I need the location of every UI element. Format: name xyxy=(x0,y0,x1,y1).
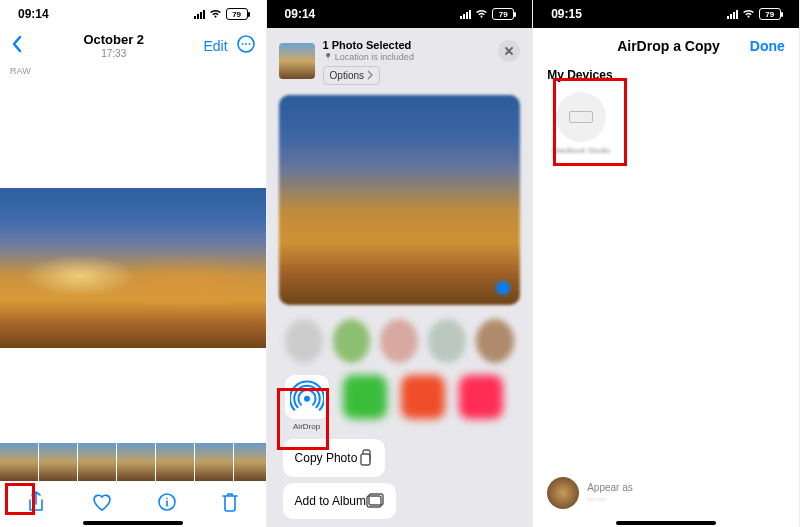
home-indicator xyxy=(616,521,716,525)
highlight-airdrop xyxy=(277,388,329,450)
app-icon-blur[interactable] xyxy=(401,375,445,419)
page-title: AirDrop a Copy xyxy=(617,38,720,54)
contacts-row[interactable] xyxy=(273,311,527,371)
trash-icon xyxy=(221,491,239,513)
edit-button[interactable]: Edit xyxy=(203,38,227,54)
close-icon xyxy=(504,46,514,56)
wifi-icon xyxy=(742,9,755,19)
nav-bar: AirDrop a Copy Done xyxy=(533,28,799,64)
svg-point-2 xyxy=(245,43,247,45)
back-button[interactable] xyxy=(10,34,24,58)
app-icon-blur[interactable] xyxy=(343,375,387,419)
delete-button[interactable] xyxy=(221,491,239,517)
photo-preview[interactable] xyxy=(0,188,266,348)
svg-point-3 xyxy=(248,43,250,45)
highlight-share xyxy=(5,483,35,515)
nav-bar: October 2 17:33 Edit xyxy=(0,28,266,64)
photo-time: 17:33 xyxy=(83,48,144,60)
status-bar: 09:14 79 xyxy=(267,0,533,28)
appear-as-name: — — xyxy=(587,494,633,504)
done-button[interactable]: Done xyxy=(750,38,785,54)
add-album-label: Add to Album xyxy=(295,494,366,508)
status-time: 09:15 xyxy=(551,7,582,21)
options-button[interactable]: Options xyxy=(323,66,380,85)
album-icon xyxy=(366,493,384,509)
cell-signal-icon xyxy=(727,9,738,19)
favorite-button[interactable] xyxy=(91,492,113,516)
ellipsis-circle-icon xyxy=(236,34,256,54)
selection-subtitle: Location is included xyxy=(323,52,414,64)
appear-as-label: Appear as xyxy=(587,482,633,494)
wifi-icon xyxy=(475,9,488,19)
nav-title: October 2 17:33 xyxy=(83,32,144,60)
highlight-device xyxy=(553,78,627,166)
avatar xyxy=(547,477,579,509)
status-time: 09:14 xyxy=(18,7,49,21)
status-time: 09:14 xyxy=(285,7,316,21)
cell-signal-icon xyxy=(194,9,205,19)
status-bar: 09:14 79 xyxy=(0,0,266,28)
app-icon-blur[interactable] xyxy=(459,375,503,419)
battery-icon: 79 xyxy=(226,8,248,20)
home-indicator xyxy=(83,521,183,525)
selection-title: 1 Photo Selected xyxy=(323,38,414,52)
thumbnail-strip[interactable] xyxy=(0,443,266,481)
close-button[interactable] xyxy=(498,40,520,62)
heart-icon xyxy=(91,492,113,512)
raw-badge: RAW xyxy=(0,64,266,78)
copy-icon xyxy=(357,449,373,467)
cell-signal-icon xyxy=(460,9,471,19)
selection-header: 1 Photo Selected Location is included Op… xyxy=(273,34,527,89)
info-button[interactable] xyxy=(157,492,177,516)
phone-share-sheet: 09:14 79 1 Photo Selected Location is in… xyxy=(267,0,534,527)
chevron-right-icon xyxy=(367,70,373,80)
wifi-icon xyxy=(209,9,222,19)
selected-indicator xyxy=(496,281,510,295)
battery-icon: 79 xyxy=(759,8,781,20)
photo-date: October 2 xyxy=(83,32,144,48)
battery-icon: 79 xyxy=(492,8,514,20)
svg-point-1 xyxy=(241,43,243,45)
more-button[interactable] xyxy=(236,34,256,58)
info-icon xyxy=(157,492,177,512)
chevron-left-icon xyxy=(10,34,24,54)
svg-rect-6 xyxy=(361,454,370,465)
selection-thumb xyxy=(279,43,315,79)
phone-airdrop: 09:15 79 AirDrop a Copy Done My Devices … xyxy=(533,0,800,527)
large-preview[interactable] xyxy=(279,95,521,305)
phone-photos-detail: 09:14 79 October 2 17:33 Edit RAW xyxy=(0,0,267,527)
appear-as[interactable]: Appear as — — xyxy=(547,477,633,509)
add-to-album-row[interactable]: Add to Album xyxy=(283,483,396,519)
options-label: Options xyxy=(330,69,364,82)
status-bar: 09:15 79 xyxy=(533,0,799,28)
copy-photo-label: Copy Photo xyxy=(295,451,358,465)
